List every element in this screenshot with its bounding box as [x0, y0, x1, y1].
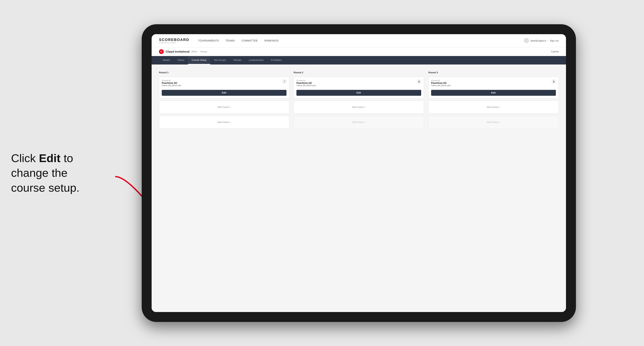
- instruction-text: Click Edit tochange thecourse setup.: [11, 151, 125, 195]
- hosting-badge: Hosting: [200, 50, 207, 53]
- tab-tee-groups[interactable]: Tee Groups: [210, 56, 230, 64]
- logo-sub-text: Powered by clippd: [159, 42, 189, 44]
- round-2-add-course-1[interactable]: Add Course+: [294, 101, 424, 114]
- user-info: blair@clippd.io | Sign out: [524, 38, 558, 43]
- round-1-add-course-2[interactable]: Add Course+: [159, 116, 289, 129]
- nav-teams[interactable]: TEAMS: [226, 39, 235, 42]
- round-2-course-badge: (Course A): [296, 80, 316, 82]
- scoreboard-logo: SCOREBOARD Powered by clippd: [159, 38, 189, 44]
- round-1-drag-icon[interactable]: ⠿: [282, 80, 286, 84]
- bold-edit: Edit: [39, 152, 60, 165]
- round-2-add-course-2: Add Course+: [294, 116, 424, 129]
- subtitle-left: C Clippd Invitational (Men) Hosting: [159, 49, 207, 54]
- round-2-column: Round 2 (Course A) Peachtree GC Yellow (…: [294, 71, 424, 131]
- round-3-card-icons: 🗑: [552, 80, 556, 84]
- nav-rankings[interactable]: RANKINGS: [264, 39, 278, 42]
- nav-links: TOURNAMENTS TEAMS COMMITTEE RANKINGS: [198, 39, 524, 42]
- tablet-screen: SCOREBOARD Powered by clippd TOURNAMENTS…: [152, 34, 566, 312]
- main-content: Round 1 (Course A) Peachtree GC Yellow (…: [152, 64, 566, 312]
- round-3-edit-button[interactable]: Edit: [431, 90, 556, 96]
- round-1-card-icons: ⠿: [282, 80, 286, 84]
- round-3-delete-icon[interactable]: 🗑: [552, 80, 556, 84]
- clippd-logo: C: [159, 49, 164, 54]
- tab-teams[interactable]: Teams: [174, 56, 188, 64]
- round-2-course-info: Yellow (M) (6629 yds): [296, 84, 316, 87]
- round-2-add-course-1-text: Add Course+: [352, 106, 366, 108]
- round-3-add-course-2-text: Add Course+: [487, 121, 500, 124]
- tab-navigation: Details Teams Course Setup Tee Groups Re…: [152, 56, 566, 64]
- round-2-add-course-2-text: Add Course+: [352, 121, 366, 124]
- round-1-label: Round 1: [159, 71, 289, 74]
- cancel-button[interactable]: Cancel: [551, 50, 558, 53]
- user-avatar: [524, 38, 529, 43]
- top-navigation: SCOREBOARD Powered by clippd TOURNAMENTS…: [152, 34, 566, 47]
- round-1-course-name: Peachtree GC: [162, 82, 181, 84]
- round-3-course-card: (Course A) Peachtree GC Yellow (M) (6629…: [428, 77, 558, 99]
- round-3-add-course-1[interactable]: Add Course+: [428, 101, 558, 114]
- round-2-label: Round 2: [294, 71, 424, 74]
- round-3-column: Round 3 (Course A) Peachtree GC Yellow (…: [428, 71, 558, 131]
- tab-leaderboards[interactable]: Leaderboards: [245, 56, 267, 64]
- round-2-card-header: (Course A) Peachtree GC Yellow (M) (6629…: [296, 80, 421, 87]
- round-1-course-card: (Course A) Peachtree GC Yellow (M) (6629…: [159, 77, 289, 99]
- tournament-name: Clippd Invitational: [166, 50, 190, 53]
- round-3-add-course-2: Add Course+: [428, 116, 558, 129]
- nav-tournaments[interactable]: TOURNAMENTS: [198, 39, 219, 42]
- tournament-gender: (Men): [191, 50, 197, 53]
- separator: |: [548, 39, 548, 42]
- user-email: blair@clippd.io: [530, 39, 546, 42]
- tablet-device: SCOREBOARD Powered by clippd TOURNAMENTS…: [142, 24, 576, 322]
- round-1-add-course-1-text: Add Course+: [217, 106, 231, 108]
- rounds-grid: Round 1 (Course A) Peachtree GC Yellow (…: [159, 71, 558, 131]
- round-1-add-course-1[interactable]: Add Course+: [159, 101, 289, 114]
- round-3-course-badge: (Course A): [431, 80, 450, 82]
- round-2-course-card: (Course A) Peachtree GC Yellow (M) (6629…: [294, 77, 424, 99]
- subtitle-bar: C Clippd Invitational (Men) Hosting Canc…: [152, 47, 566, 56]
- round-1-course-badge: (Course A): [162, 80, 181, 82]
- logo-main-text: SCOREBOARD: [159, 38, 189, 42]
- round-2-card-icons: 🗑: [417, 80, 421, 84]
- round-1-course-info: Yellow (M) (6629 yds): [162, 84, 181, 87]
- round-2-edit-button[interactable]: Edit: [296, 90, 421, 96]
- tab-results[interactable]: Results: [230, 56, 245, 64]
- round-3-card-header: (Course A) Peachtree GC Yellow (M) (6629…: [431, 80, 556, 87]
- round-1-card-header: (Course A) Peachtree GC Yellow (M) (6629…: [162, 80, 286, 87]
- tab-details[interactable]: Details: [159, 56, 174, 64]
- round-1-column: Round 1 (Course A) Peachtree GC Yellow (…: [159, 71, 289, 131]
- round-1-add-course-2-text: Add Course+: [217, 121, 231, 124]
- round-2-delete-icon[interactable]: 🗑: [417, 80, 421, 84]
- round-3-course-name: Peachtree GC: [431, 82, 450, 84]
- tab-printables[interactable]: Printables: [267, 56, 285, 64]
- nav-committee[interactable]: COMMITTEE: [242, 39, 258, 42]
- tab-course-setup[interactable]: Course Setup: [188, 56, 210, 64]
- round-3-add-course-1-text: Add Course+: [487, 106, 500, 108]
- round-3-label: Round 3: [428, 71, 558, 74]
- round-3-course-info: Yellow (M) (6629 yds): [431, 84, 450, 87]
- round-2-course-name: Peachtree GC: [296, 82, 316, 84]
- sign-out-link[interactable]: Sign out: [550, 39, 558, 42]
- round-1-edit-button[interactable]: Edit: [162, 90, 286, 96]
